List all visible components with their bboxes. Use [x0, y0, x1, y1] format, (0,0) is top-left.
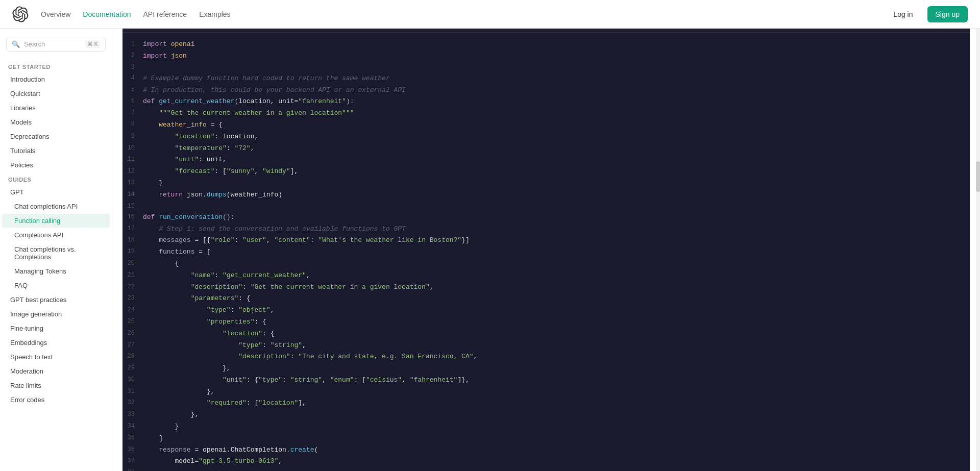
line-content: "required": ["location"], [143, 398, 970, 409]
sidebar-item-moderation[interactable]: Moderation [2, 364, 110, 378]
line-number: 8 [122, 120, 143, 130]
line-number: 19 [122, 247, 143, 257]
line-content: weather_info = { [143, 120, 970, 131]
sidebar-item-image-generation[interactable]: Image generation [2, 307, 110, 321]
line-number: 32 [122, 398, 143, 408]
code-line: 22 "description": "Get the current weath… [122, 282, 970, 293]
code-line: 20 { [122, 258, 970, 270]
line-content: }, [143, 410, 970, 420]
code-line: 13 } [122, 178, 970, 189]
line-content: import json [143, 51, 970, 62]
line-content: "forecast": ["sunny", "windy"], [143, 166, 970, 177]
line-number: 34 [122, 422, 143, 431]
sidebar-item-models[interactable]: Models [2, 115, 110, 129]
sidebar-item-function-calling[interactable]: Function calling [2, 214, 110, 228]
sidebar-item-faq[interactable]: FAQ [2, 279, 110, 292]
code-line: 36 response = openai.ChatCompletion.crea… [122, 444, 970, 456]
code-line: 11 "unit": unit, [122, 154, 970, 166]
code-line: 31 }, [122, 386, 970, 398]
sidebar-item-error-codes[interactable]: Error codes [2, 393, 110, 407]
code-line: 6def get_current_weather(location, unit=… [122, 96, 970, 108]
line-number: 14 [122, 190, 143, 200]
line-content: functions = [ [143, 247, 970, 258]
code-line: 27 "type": "string", [122, 340, 970, 352]
line-number: 38 [122, 468, 143, 471]
nav-api-reference[interactable]: API reference [143, 10, 187, 18]
line-content: } [143, 178, 970, 189]
login-button[interactable]: Log in [885, 6, 921, 22]
sidebar-item-embeddings[interactable]: Embeddings [2, 336, 110, 350]
sidebar-item-gpt-best-practices[interactable]: GPT best practices [2, 293, 110, 307]
code-line: 7 """Get the current weather in a given … [122, 108, 970, 119]
code-line: 3 [122, 62, 970, 73]
sidebar-item-rate-limits[interactable]: Rate limits [2, 379, 110, 392]
line-content: messages = [{"role": "user", "content": … [143, 235, 970, 246]
nav-examples[interactable]: Examples [199, 10, 230, 18]
nav-documentation[interactable]: Documentation [83, 10, 131, 18]
line-number: 36 [122, 445, 143, 455]
code-line: 37 model="gpt-3.5-turbo-0613", [122, 456, 970, 467]
nav-links: Overview Documentation API reference Exa… [41, 10, 885, 18]
line-content: response = openai.ChatCompletion.create( [143, 445, 970, 456]
line-content: import openai [143, 39, 970, 50]
line-number: 7 [122, 108, 143, 118]
sidebar-item-completions-api[interactable]: Completions API [2, 228, 110, 242]
code-line: 17 # Step 1: send the conversation and a… [122, 224, 970, 235]
line-number: 30 [122, 375, 143, 385]
line-number: 16 [122, 212, 143, 222]
line-content: "temperature": "72", [143, 143, 970, 154]
scrollbar-thumb[interactable] [976, 161, 980, 192]
code-line: 26 "location": { [122, 328, 970, 340]
code-line: 24 "type": "object", [122, 305, 970, 316]
line-content: "properties": { [143, 317, 970, 328]
code-line: 8 weather_info = { [122, 119, 970, 131]
line-number: 23 [122, 293, 143, 303]
nav-overview[interactable]: Overview [41, 10, 70, 18]
logo-icon[interactable] [12, 6, 29, 22]
search-placeholder: Search [24, 40, 81, 48]
code-line: 14 return json.dumps(weather_info) [122, 189, 970, 201]
line-content: ] [143, 433, 970, 444]
line-content: { [143, 259, 970, 269]
code-line: 28 "description": "The city and state, e… [122, 351, 970, 363]
sidebar-item-quickstart[interactable]: Quickstart [2, 87, 110, 101]
line-number: 35 [122, 433, 143, 443]
code-line: 4# Example dummy function hard coded to … [122, 73, 970, 85]
line-number: 10 [122, 143, 143, 153]
sidebar-item-managing-tokens[interactable]: Managing Tokens [2, 264, 110, 278]
main-content: python ▾ ⎘ Copy 1import openai2import js… [112, 0, 980, 471]
code-line: 32 "required": ["location"], [122, 398, 970, 409]
line-number: 5 [122, 85, 143, 95]
sidebar-item-libraries[interactable]: Libraries [2, 101, 110, 115]
sidebar-item-deprecations[interactable]: Deprecations [2, 130, 110, 143]
line-content: } [143, 422, 970, 432]
line-number: 25 [122, 317, 143, 327]
sidebar-item-gpt[interactable]: GPT [2, 185, 110, 199]
sidebar-item-policies[interactable]: Policies [2, 158, 110, 172]
sidebar-item-introduction[interactable]: Introduction [2, 72, 110, 86]
line-number: 31 [122, 387, 143, 396]
search-shortcut: ⌘ K [85, 40, 100, 48]
line-number: 1 [122, 39, 143, 49]
line-number: 29 [122, 363, 143, 373]
code-line: 2import json [122, 51, 970, 62]
sidebar-item-speech-to-text[interactable]: Speech to text [2, 350, 110, 364]
sidebar-item-tutorials[interactable]: Tutorials [2, 144, 110, 158]
line-content: "parameters": { [143, 293, 970, 304]
code-line: 25 "properties": { [122, 316, 970, 328]
line-number: 33 [122, 410, 143, 419]
scrollbar-track[interactable] [976, 29, 980, 471]
sidebar-item-chat-completions-api[interactable]: Chat completions API [2, 200, 110, 213]
line-number: 20 [122, 259, 143, 268]
nav-actions: Log in Sign up [885, 6, 968, 22]
code-line: 12 "forecast": ["sunny", "windy"], [122, 166, 970, 178]
search-box[interactable]: 🔍 Search ⌘ K [6, 37, 106, 52]
signup-button[interactable]: Sign up [927, 6, 968, 22]
line-number: 9 [122, 132, 143, 141]
sidebar-item-chat-vs-completions[interactable]: Chat completions vs. Completions [2, 242, 110, 264]
code-line: 21 "name": "get_current_weather", [122, 270, 970, 282]
line-content: "type": "string", [143, 340, 970, 351]
code-block: python ▾ ⎘ Copy 1import openai2import js… [122, 10, 970, 471]
sidebar-item-fine-tuning[interactable]: Fine-tuning [2, 321, 110, 335]
line-content: "location": { [143, 329, 970, 339]
